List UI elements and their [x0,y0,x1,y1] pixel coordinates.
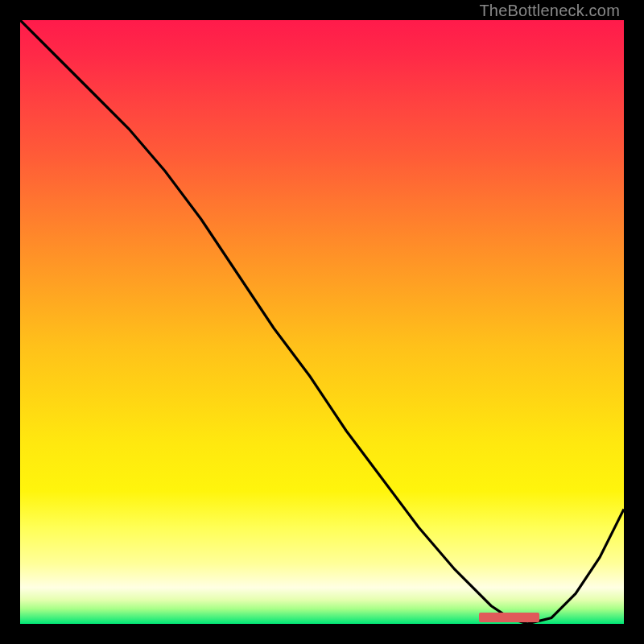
minimum-marker [479,613,539,622]
watermark-text: TheBottleneck.com [479,2,620,20]
curve-path [20,20,624,624]
chart-frame: TheBottleneck.com [0,0,644,644]
plot-area [20,20,624,624]
bottleneck-curve [20,20,624,624]
